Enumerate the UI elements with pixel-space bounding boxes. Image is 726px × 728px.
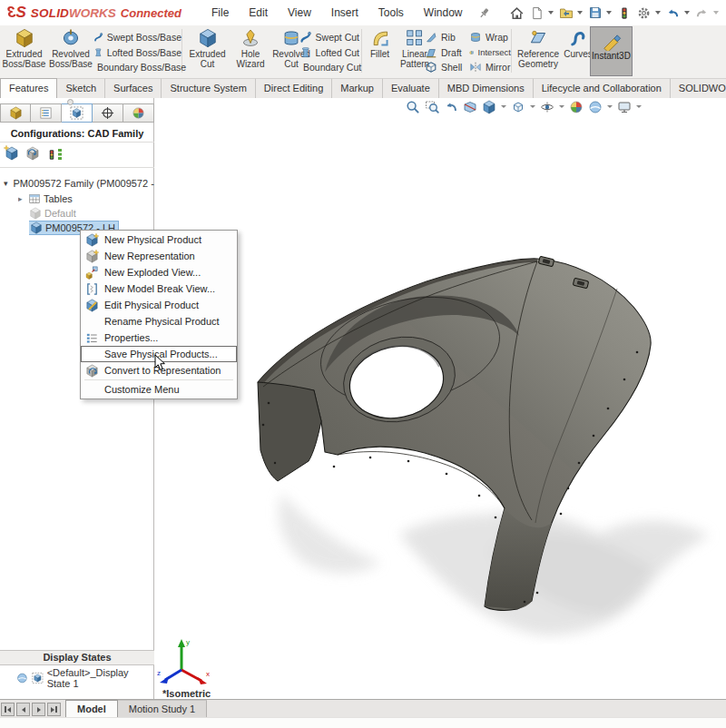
menu-file[interactable]: File <box>201 6 239 19</box>
new-physical-product-icon[interactable] <box>5 146 19 162</box>
tab-evaluate[interactable]: Evaluate <box>383 78 439 98</box>
tab-display-manager-icon[interactable] <box>123 103 154 123</box>
collapse-arrow-icon[interactable]: ▸ <box>18 194 25 203</box>
view-orientation-dropdown[interactable] <box>501 105 506 108</box>
tab-surfaces[interactable]: Surfaces <box>105 78 162 98</box>
heads-up-view-toolbar <box>405 99 643 114</box>
tab-sketch[interactable]: Sketch <box>57 78 105 98</box>
apply-scene-dropdown[interactable] <box>607 105 613 108</box>
curves-button[interactable]: Curves <box>563 28 594 75</box>
display-state-item[interactable]: <Default>_Display State 1 <box>16 667 153 689</box>
extruded-boss-base-button[interactable]: Extruded Boss/Base <box>3 28 45 75</box>
draft-button[interactable]: Draft <box>425 45 468 61</box>
menu-insert[interactable]: Insert <box>321 6 368 19</box>
lofted-boss-base-button[interactable]: Lofted Boss/Base <box>93 45 182 61</box>
view-settings-dropdown[interactable] <box>636 105 642 108</box>
boundary-boss-base-button[interactable]: Boundary Boss/Base <box>93 60 182 75</box>
menu-tools[interactable]: Tools <box>368 6 414 19</box>
new-document-dropdown[interactable] <box>548 11 554 15</box>
apply-scene-icon[interactable] <box>587 99 603 114</box>
menu-edit[interactable]: Edit <box>239 6 278 19</box>
hole-wizard-button[interactable]: Hole Wizard <box>231 28 270 75</box>
mirror-button[interactable]: Mirror <box>469 60 511 75</box>
model-left-flap[interactable] <box>258 382 321 481</box>
hide-show-dropdown[interactable] <box>559 105 564 108</box>
wrap-button[interactable]: Wrap <box>469 30 511 45</box>
view-orientation-icon[interactable] <box>481 99 497 114</box>
tab-lifecycle-collaboration[interactable]: Lifecycle and Collaboration <box>534 78 671 98</box>
hide-show-items-icon[interactable] <box>539 99 555 114</box>
fillet-button[interactable]: Fillet <box>365 28 395 75</box>
display-style-dropdown[interactable] <box>530 105 535 108</box>
panel-collapse-grip[interactable] <box>67 99 74 105</box>
revolved-boss-base-button[interactable]: Revolved Boss/Base <box>47 28 94 75</box>
expand-arrow-icon[interactable]: ▾ <box>4 179 8 188</box>
settings-gear-icon[interactable] <box>634 4 654 22</box>
redo-dropdown[interactable] <box>713 11 719 15</box>
section-view-icon[interactable] <box>462 99 478 114</box>
pin-menubar-icon[interactable] <box>475 4 495 22</box>
previous-view-icon[interactable] <box>443 99 459 114</box>
undo-icon[interactable] <box>663 4 683 22</box>
extruded-cut-button[interactable]: Extruded Cut <box>186 28 229 75</box>
tab-direct-editing[interactable]: Direct Editing <box>256 78 332 98</box>
save-dropdown[interactable] <box>606 11 612 15</box>
lofted-cut-button[interactable]: Lofted Cut <box>299 45 359 61</box>
menu-item-new-exploded-view[interactable]: New Exploded View... <box>81 264 237 280</box>
edit-appearance-icon[interactable] <box>568 99 584 114</box>
convert-to-representation-icon[interactable] <box>25 146 40 162</box>
menu-view[interactable]: View <box>278 6 321 19</box>
tab-dimxpert-icon[interactable] <box>93 103 123 123</box>
swept-boss-base-button[interactable]: Swept Boss/Base <box>93 30 182 45</box>
tree-item-family-root[interactable]: ▾ PM009572 Family (PM009572 - LH <box>4 176 156 191</box>
shell-button[interactable]: Shell <box>425 60 468 75</box>
menu-item-customize-menu[interactable]: Customize Menu <box>81 381 237 398</box>
rib-button[interactable]: Rib <box>425 30 468 45</box>
menu-item-rename-physical-product[interactable]: Rename Physical Product <box>81 313 237 330</box>
3d-model-part[interactable] <box>218 234 726 644</box>
view-settings-icon[interactable] <box>616 99 633 114</box>
tab-mbd-dimensions[interactable]: MBD Dimensions <box>439 78 534 98</box>
menu-item-new-representation[interactable]: New Representation <box>81 248 237 264</box>
tab-markup[interactable]: Markup <box>332 78 383 98</box>
tree-item-default[interactable]: Default <box>29 206 182 221</box>
menu-item-edit-physical-product[interactable]: Edit Physical Product <box>81 297 237 313</box>
menu-item-properties[interactable]: Properties... <box>81 330 237 346</box>
menu-window[interactable]: Window <box>414 6 473 19</box>
lifecycle-states-icon[interactable] <box>46 148 63 162</box>
tab-configuration-manager-icon[interactable] <box>62 103 93 123</box>
boundary-cut-button[interactable]: Boundary Cut <box>299 60 359 75</box>
model-tab[interactable]: Model <box>65 700 118 718</box>
next-study-button[interactable] <box>32 703 45 716</box>
new-document-icon[interactable] <box>527 4 547 22</box>
menu-item-new-physical-product[interactable]: New Physical Product <box>81 231 237 248</box>
zoom-to-fit-icon[interactable] <box>405 99 421 114</box>
reference-geometry-button[interactable]: Reference Geometry <box>515 28 562 75</box>
save-icon[interactable] <box>585 4 605 22</box>
tab-solidworks-addins[interactable]: SOLIDWORKS Add-Ins <box>671 78 726 98</box>
redo-icon[interactable] <box>692 4 712 22</box>
instant3d-button[interactable]: Instant3D <box>590 26 633 76</box>
zoom-to-area-icon[interactable] <box>424 99 440 114</box>
settings-dropdown[interactable] <box>655 11 661 15</box>
first-study-button[interactable] <box>1 703 15 716</box>
tree-item-tables[interactable]: ▸ Tables <box>18 192 171 206</box>
undo-dropdown[interactable] <box>684 11 690 15</box>
open-dropdown[interactable] <box>577 11 583 15</box>
tab-feature-tree-icon[interactable] <box>31 103 62 123</box>
open-icon[interactable] <box>556 4 576 22</box>
lifecycle-icon[interactable] <box>614 4 634 22</box>
tab-features[interactable]: Features <box>0 78 57 98</box>
intersect-button[interactable]: Intersect <box>469 45 511 61</box>
mouse-cursor <box>154 354 167 372</box>
tab-part-icon[interactable] <box>0 103 31 123</box>
panel-title: Configurations: CAD Family <box>0 128 154 139</box>
last-study-button[interactable] <box>47 703 61 716</box>
previous-study-button[interactable] <box>16 703 30 716</box>
swept-cut-button[interactable]: Swept Cut <box>299 30 359 45</box>
motion-study-tab[interactable]: Motion Study 1 <box>118 700 207 718</box>
display-style-icon[interactable] <box>510 99 526 114</box>
tab-structure-system[interactable]: Structure System <box>162 78 255 98</box>
home-icon[interactable] <box>507 4 527 22</box>
menu-item-new-model-break-view[interactable]: New Model Break View... <box>81 280 237 297</box>
